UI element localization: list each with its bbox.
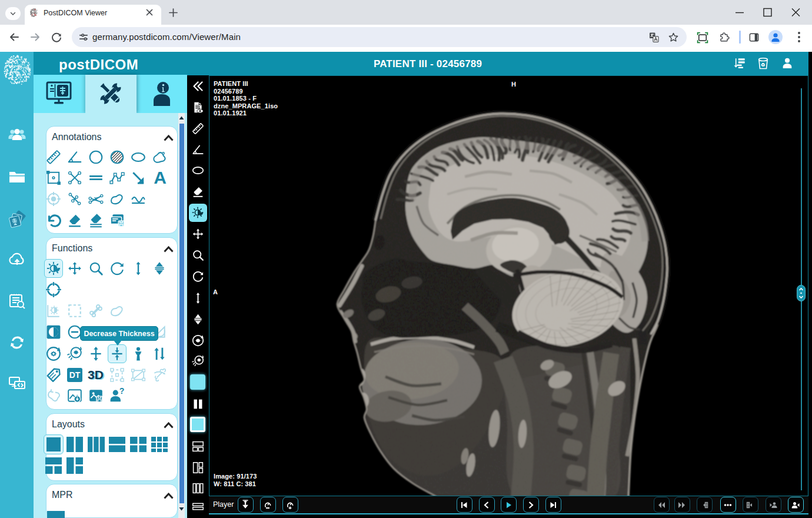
svg-text:♻: ♻ xyxy=(761,62,766,68)
